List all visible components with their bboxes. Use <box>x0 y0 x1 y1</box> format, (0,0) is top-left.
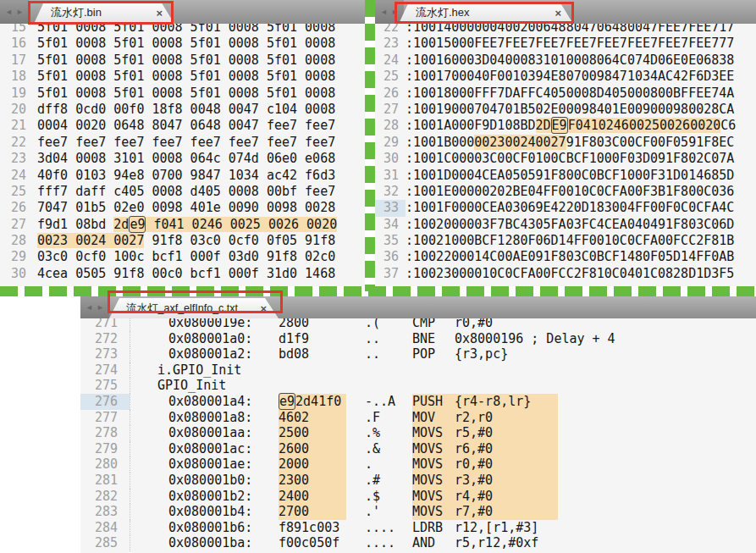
mnemonic: MOVS <box>412 425 455 441</box>
code-line[interactable]: 2840x080001b6:f891c003....LDRBr12,[r1,#3… <box>80 520 756 536</box>
code-line[interactable]: 2760x080001a4:e92d41f0-..APUSH{r4-r8,lr} <box>80 394 756 410</box>
code-line[interactable]: 275GPIO_Init <box>80 378 756 394</box>
line-number: 16 <box>0 36 37 52</box>
code-line[interactable]: 2810x080001b0:2300.#MOVSr3,#0 <box>80 473 756 489</box>
line-number: 30 <box>0 266 37 282</box>
code-text: 0x080001ae:2000.MOVSr0,#0 <box>130 456 756 473</box>
opcode-column: f891c003 <box>279 520 346 536</box>
txt-tab-nav-arrows[interactable]: ◄ ► <box>80 296 109 318</box>
code-text: 0x080001a4:e92d41f0-..APUSH{r4-r8,lr} <box>130 394 756 410</box>
code-line[interactable]: 2440f0 0103 94e8 0700 9847 1034 ac42 f6d… <box>0 168 365 184</box>
code-line[interactable]: 2820x080001b2:2400.$MOVSr4,#0 <box>80 489 756 505</box>
code-line[interactable]: 22:10014000000400200648804706480047FEE7F… <box>375 24 756 36</box>
line-number: 275 <box>80 378 130 394</box>
code-text: :1001700040F0010394E8070098471034AC42F6D… <box>406 69 734 85</box>
tab-scroll-left-icon[interactable]: ◄ <box>5 8 13 16</box>
code-segment: 2d <box>113 217 129 232</box>
address-column: 0x0800019e: <box>168 318 279 331</box>
code-line[interactable]: 304cea 0505 91f8 00c0 bcf1 000f 31d0 146… <box>0 266 365 282</box>
code-line[interactable]: 175f01 0008 5f01 0008 5f01 0008 5f01 000… <box>0 53 365 69</box>
code-line[interactable]: 2770x080001a8:4602.FMOVr2,r0 <box>80 410 756 426</box>
mnemonic: MOVS <box>412 473 455 489</box>
code-line[interactable]: 37:10023000010C0CFA00FCC2F810C0401C0828D… <box>375 266 756 282</box>
instruction-column: MOVSr5,#0 <box>412 425 558 441</box>
code-line[interactable]: 25fff7 daff c405 0008 d405 0008 00bf fee… <box>0 184 365 200</box>
code-line[interactable]: 35:10021000BCF1280F06D14FF0010C0CFA00FCC… <box>375 233 756 249</box>
code-text: dff8 0cd0 00f0 18f8 0048 0047 c104 0008 <box>37 102 335 118</box>
code-line[interactable]: 210004 0020 0648 8047 0648 0047 fee7 fee… <box>0 118 365 134</box>
ascii-column: .... <box>365 535 412 551</box>
code-line[interactable]: 32:1001E00000202BE04FF0010C0CFA00F3B1F80… <box>375 184 756 200</box>
code-text: :10015000FEE7FEE7FEE7FEE7FEE7FEE7FEE7FEE… <box>406 36 734 52</box>
code-line[interactable]: 280023 0024 0027 91f8 03c0 0cf0 0f05 91f… <box>0 233 365 249</box>
tab-scroll-left-icon[interactable]: ◄ <box>380 8 388 16</box>
line-number: 37 <box>375 266 406 282</box>
line-number: 22 <box>0 135 37 151</box>
hex-editor-content[interactable]: 22:10014000000400200648804706480047FEE7F… <box>375 24 756 286</box>
code-line[interactable]: 24:100160003D04000831010008064C074D06E0E… <box>375 53 756 69</box>
line-number: 24 <box>0 168 37 184</box>
code-text: 0x080001a0:d1f9..BNE0x8000196 ; Delay + … <box>130 331 756 347</box>
line-number: 28 <box>0 233 37 249</box>
code-line[interactable]: 165f01 0008 5f01 0008 5f01 0008 5f01 000… <box>0 36 365 52</box>
address-column: 0x080001ac: <box>168 441 279 457</box>
code-line[interactable]: 2903c0 0cf0 100c bcf1 000f 03d0 91f8 02c… <box>0 249 365 265</box>
code-line[interactable]: 2790x080001ac:2600.&MOVSr6,#0 <box>80 441 756 457</box>
bin-lines: 155f01 0008 5f01 0008 5f01 0008 5f01 000… <box>0 24 365 282</box>
code-line[interactable]: 33:1001F0000CEA03069E4220D183004FF00F0C0… <box>375 200 756 216</box>
code-line[interactable]: 29:1001B00000230024002791F803C00CF00F059… <box>375 135 756 151</box>
code-line[interactable]: 36:1002200014C00AE091F803C0BCF1480F05D14… <box>375 249 756 265</box>
green-dashed-vertical-divider <box>365 0 375 291</box>
operands: {r4-r8,lr} <box>455 394 531 410</box>
code-line[interactable]: 195f01 0008 5f01 0008 5f01 0008 5f01 000… <box>0 86 365 102</box>
tab-scroll-left-icon[interactable]: ◄ <box>86 303 93 312</box>
bin-tab-nav-arrows[interactable]: ◄ ► <box>0 0 29 24</box>
code-text: :10018000FFF7DAFFC4050008D405000800BFFEE… <box>406 86 734 102</box>
code-line[interactable]: 2830x080001b4:2700.'MOVSr7,#0 <box>80 504 756 520</box>
code-line[interactable]: 274i.GPIO_Init <box>80 362 756 379</box>
opcode-column: 2600 <box>279 441 346 457</box>
code-line[interactable]: 185f01 0008 5f01 0008 5f01 0008 5f01 000… <box>0 69 365 85</box>
tab-scroll-right-icon[interactable]: ► <box>16 8 24 16</box>
bin-editor-panel: ◄ ► 流水灯.bin × 155f01 0008 5f01 0008 5f01… <box>0 0 365 286</box>
code-line[interactable]: 34:1002000003F7BC4305FA03FC4CEA040491F80… <box>375 217 756 233</box>
code-segment: F0410246002500260020 <box>568 118 721 133</box>
ascii-column: .( <box>365 318 412 331</box>
code-line[interactable]: 27:10019000704701B502E00098401E009000980… <box>375 102 756 118</box>
code-line[interactable]: 155f01 0008 5f01 0008 5f01 0008 5f01 000… <box>0 24 365 36</box>
instruction-column: MOVSr7,#0 <box>412 504 558 520</box>
bin-editor-content[interactable]: 155f01 0008 5f01 0008 5f01 0008 5f01 000… <box>0 24 365 286</box>
operands: r3,#0 <box>455 473 493 489</box>
code-line[interactable]: 2730x080001a2:bd08..POP{r3,pc} <box>80 346 756 362</box>
code-text: 5f01 0008 5f01 0008 5f01 0008 5f01 0008 <box>37 69 335 85</box>
operands: r2,r0 <box>455 410 493 426</box>
code-line[interactable]: 22fee7 fee7 fee7 fee7 fee7 fee7 fee7 fee… <box>0 135 365 151</box>
code-line[interactable]: 20dff8 0cd0 00f0 18f8 0048 0047 c104 000… <box>0 102 365 118</box>
line-number: 276 <box>80 394 130 410</box>
line-number: 273 <box>80 346 130 362</box>
code-line[interactable]: 25:1001700040F0010394E8070098471034AC42F… <box>375 69 756 85</box>
code-line[interactable]: 2800x080001ae:2000.MOVSr0,#0 <box>80 456 756 473</box>
code-line[interactable]: 30:1001C00003C00CF0100CBCF1000F03D091F80… <box>375 151 756 167</box>
txt-editor-content[interactable]: 2710x0800019e:2800.(CMPr0,#02720x080001a… <box>80 318 756 553</box>
code-segment: 0023 0024 0027 <box>37 233 144 248</box>
code-line[interactable]: 2720x080001a0:d1f9..BNE0x8000196 ; Delay… <box>80 331 756 347</box>
code-segment: 2d41f0 <box>295 394 341 409</box>
code-line[interactable]: 23:10015000FEE7FEE7FEE7FEE7FEE7FEE7FEE7F… <box>375 36 756 52</box>
code-line[interactable]: 27f9d1 08bd 2de9 f041 0246 0025 0026 002… <box>0 217 365 233</box>
ascii-column: .% <box>365 425 412 441</box>
code-line[interactable]: 2780x080001aa:2500.%MOVSr5,#0 <box>80 425 756 441</box>
opcode-column: 2300 <box>279 473 346 489</box>
operands: r0,#0 <box>455 318 493 331</box>
operands: r5,r12,#0xf <box>455 535 538 551</box>
mnemonic: PUSH <box>412 394 455 410</box>
tab-scroll-right-icon[interactable]: ► <box>97 303 104 312</box>
code-line[interactable]: 2710x0800019e:2800.(CMPr0,#0 <box>80 318 756 331</box>
code-line[interactable]: 28:1001A000F9D108BD2DE9F0410246002500260… <box>375 118 756 134</box>
code-line[interactable]: 233d04 0008 3101 0008 064c 074d 06e0 e06… <box>0 151 365 167</box>
search-match-box: e9 <box>279 393 295 410</box>
code-line[interactable]: 31:1001D0004CEA050591F800C0BCF1000F31D01… <box>375 168 756 184</box>
code-line[interactable]: 26:10018000FFF7DAFFC4050008D405000800BFF… <box>375 86 756 102</box>
code-line[interactable]: 2850x080001ba:f00c050f....ANDr5,r12,#0xf <box>80 535 756 551</box>
code-line[interactable]: 267047 01b5 02e0 0098 401e 0090 0098 002… <box>0 200 365 216</box>
